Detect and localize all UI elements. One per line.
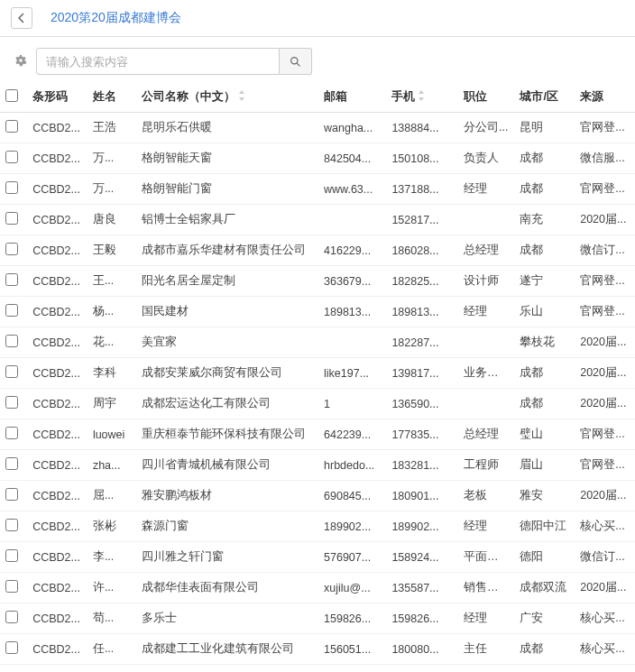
- col-email[interactable]: 邮箱: [318, 82, 386, 113]
- cell-source: 微信订...: [575, 235, 635, 266]
- cell-company: 重庆桓泰节能环保科技有限公司: [136, 419, 318, 450]
- cell-name-link[interactable]: 李科: [87, 358, 136, 389]
- row-checkbox[interactable]: [5, 151, 18, 163]
- cell-position: 设计师: [458, 266, 514, 297]
- table-row: CCBD2...zha...四川省青城机械有限公司hrbdedo...18328…: [0, 450, 635, 481]
- row-checkbox[interactable]: [5, 273, 18, 286]
- cell-company: 铝博士全铝家具厂: [136, 205, 318, 235]
- table-row: CCBD2...王浩昆明乐石供暖wangha...138884...分公司...…: [0, 113, 635, 143]
- row-checkbox[interactable]: [5, 181, 18, 194]
- col-name[interactable]: 姓名: [87, 82, 136, 113]
- cell-barcode: CCBD2...: [27, 542, 87, 573]
- cell-name-link[interactable]: 万...: [87, 143, 136, 174]
- cell-name-link[interactable]: 王浩: [87, 113, 136, 143]
- col-city[interactable]: 城市/区: [514, 82, 575, 113]
- cell-phone: 136590...: [386, 389, 458, 419]
- cell-barcode: CCBD2...: [27, 603, 87, 634]
- cell-company: 森源门窗: [136, 511, 318, 542]
- row-checkbox[interactable]: [5, 212, 18, 225]
- cell-barcode: CCBD2...: [27, 358, 87, 389]
- row-checkbox[interactable]: [5, 549, 18, 562]
- cell-name-link[interactable]: 苟...: [87, 603, 136, 634]
- cell-name-link[interactable]: luowei: [87, 419, 136, 450]
- col-barcode[interactable]: 条形码: [27, 82, 87, 113]
- cell-company: 成都安莱威尔商贸有限公司: [136, 358, 318, 389]
- cell-email: 690845...: [318, 481, 386, 511]
- cell-city: 成都: [514, 634, 575, 665]
- back-button[interactable]: [11, 7, 32, 29]
- cell-name-link[interactable]: 任...: [87, 634, 136, 665]
- cell-email: www.63...: [318, 174, 386, 205]
- cell-name-link[interactable]: 张...: [87, 665, 136, 673]
- cell-name-link[interactable]: 周宇: [87, 389, 136, 419]
- cell-phone: 180901...: [386, 481, 458, 511]
- cell-source: 官网登...: [575, 450, 635, 481]
- cell-source: 微信订...: [575, 542, 635, 573]
- row-checkbox[interactable]: [5, 519, 18, 531]
- cell-phone: 182825...: [386, 266, 458, 297]
- cell-position: 经理: [458, 603, 514, 634]
- cell-source: 2020届...: [575, 358, 635, 389]
- cell-name-link[interactable]: 杨...: [87, 297, 136, 327]
- row-checkbox[interactable]: [5, 120, 18, 133]
- table-row: CCBD2...李科成都安莱威尔商贸有限公司like197...139817..…: [0, 358, 635, 389]
- select-all-checkbox[interactable]: [5, 89, 18, 102]
- cell-name-link[interactable]: 万...: [87, 174, 136, 205]
- cell-name-link[interactable]: 王毅: [87, 235, 136, 266]
- cell-email: 189902...: [318, 511, 386, 542]
- row-checkbox[interactable]: [5, 427, 18, 439]
- cell-barcode: CCBD2...: [27, 235, 87, 266]
- row-checkbox[interactable]: [5, 335, 18, 347]
- cell-email: 158732...: [318, 665, 386, 673]
- row-checkbox[interactable]: [5, 457, 18, 470]
- cell-name-link[interactable]: 张彬: [87, 511, 136, 542]
- table-row: CCBD2...任...成都建工工业化建筑有限公司156051...180080…: [0, 634, 635, 665]
- cell-company: 成都玛丽嘉卫浴设备有限公司: [136, 665, 318, 673]
- cell-city: 璧山: [514, 419, 575, 450]
- cell-city: 成都: [514, 143, 575, 174]
- row-checkbox[interactable]: [5, 396, 18, 409]
- cell-barcode: CCBD2...: [27, 389, 87, 419]
- cell-name-link[interactable]: 李...: [87, 542, 136, 573]
- cell-source: 官网登...: [575, 297, 635, 327]
- cell-phone: 180305...: [386, 665, 458, 673]
- cell-city: 成都: [514, 358, 575, 389]
- cell-name-link[interactable]: 许...: [87, 573, 136, 603]
- cell-name-link[interactable]: 花...: [87, 327, 136, 358]
- table-row: CCBD2...李...四川雅之轩门窗576907...158924...平面设…: [0, 542, 635, 573]
- col-company[interactable]: 公司名称（中文）: [136, 82, 318, 113]
- table-row: CCBD2...王毅成都市嘉乐华建材有限责任公司416229...186028.…: [0, 235, 635, 266]
- cell-email: 842504...: [318, 143, 386, 174]
- cell-email: 576907...: [318, 542, 386, 573]
- cell-name-link[interactable]: 唐良: [87, 205, 136, 235]
- search-input[interactable]: [36, 48, 280, 75]
- row-checkbox[interactable]: [5, 611, 18, 623]
- cell-phone: 159826...: [386, 603, 458, 634]
- cell-position: [458, 327, 514, 358]
- col-source[interactable]: 来源: [575, 82, 635, 113]
- row-checkbox[interactable]: [5, 580, 18, 593]
- cell-city: 成都双流: [514, 573, 575, 603]
- cell-name-link[interactable]: zha...: [87, 450, 136, 481]
- col-phone[interactable]: 手机: [386, 82, 458, 113]
- row-checkbox[interactable]: [5, 488, 18, 501]
- cell-barcode: CCBD2...: [27, 665, 87, 673]
- row-checkbox[interactable]: [5, 365, 18, 378]
- cell-city: 成都: [514, 389, 575, 419]
- gear-icon[interactable]: [14, 54, 27, 69]
- cell-position: 业务经理: [458, 358, 514, 389]
- row-checkbox[interactable]: [5, 243, 18, 255]
- cell-email: xujilu@...: [318, 573, 386, 603]
- cell-position: 分公司...: [458, 113, 514, 143]
- cell-name-link[interactable]: 屈...: [87, 481, 136, 511]
- row-checkbox[interactable]: [5, 304, 18, 317]
- cell-phone: 177835...: [386, 419, 458, 450]
- cell-phone: 189813...: [386, 297, 458, 327]
- cell-name-link[interactable]: 王...: [87, 266, 136, 297]
- cell-position: 老板: [458, 481, 514, 511]
- col-position[interactable]: 职位: [458, 82, 514, 113]
- row-checkbox[interactable]: [5, 641, 18, 654]
- cell-barcode: CCBD2...: [27, 297, 87, 327]
- search-button[interactable]: [280, 48, 312, 75]
- table-row: CCBD2...许...成都华佳表面有限公司xujilu@...135587..…: [0, 573, 635, 603]
